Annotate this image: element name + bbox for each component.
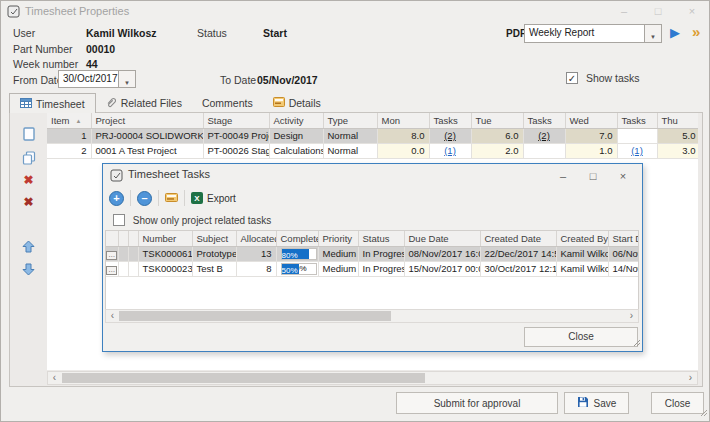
new-row-icon[interactable] [10, 127, 47, 145]
col-type[interactable]: Type [323, 113, 377, 128]
window-resize-grip[interactable] [699, 402, 707, 420]
col-mon[interactable]: Mon [377, 113, 429, 128]
tasks-link[interactable]: (1) [444, 145, 456, 156]
cell-mon-hours[interactable]: 0.0 [377, 143, 429, 158]
maximize-button[interactable]: □ [641, 1, 675, 21]
cell-start-date: 06/Nov/2017 [608, 246, 639, 261]
col-thu[interactable]: Thu [657, 113, 698, 128]
tab-comments[interactable]: Comments [192, 93, 263, 113]
dialog-close-button[interactable]: Close [524, 327, 638, 347]
scrollbar-thumb[interactable] [119, 311, 391, 321]
copy-row-icon[interactable] [10, 151, 47, 169]
tab-label: Comments [202, 97, 253, 109]
row-handle[interactable]: … [106, 261, 118, 276]
pdf-report-dropdown-button[interactable]: ▼ [644, 25, 661, 42]
timesheet-row-1[interactable]: 1 PRJ-00004 SOLIDWORKS Manage PT-00049 P… [47, 128, 698, 143]
footer-close-button[interactable]: Close [651, 392, 704, 414]
col-wed[interactable]: Wed [565, 113, 617, 128]
toolbar-separator [184, 190, 185, 206]
scroll-right-icon[interactable]: › [684, 372, 697, 384]
dialog-close-label: Close [568, 331, 594, 342]
cell-wed-hours[interactable]: 1.0 [565, 143, 617, 158]
scroll-left-icon[interactable]: ‹ [106, 310, 119, 322]
task-row-2[interactable]: … TSK000023 Test B 8 50% 50% Medium In P… [106, 261, 639, 276]
col-start-date[interactable]: Start Date [608, 231, 639, 246]
tab-related-files[interactable]: Related Files [96, 93, 192, 113]
move-up-icon[interactable] [10, 239, 47, 257]
col-status[interactable]: Status [358, 231, 404, 246]
tab-label: Details [289, 97, 321, 109]
scroll-left-icon[interactable]: ‹ [48, 372, 61, 384]
project-tasks-filter-checkbox[interactable]: Show only project related tasks [113, 214, 271, 226]
task-row-1[interactable]: … TSK000061 Prototype 13 80% 80% Medium … [106, 246, 639, 261]
task-details-icon[interactable] [165, 189, 178, 207]
save-icon [577, 396, 589, 410]
from-date-dropdown-button[interactable]: ▼ [118, 71, 135, 87]
delete-row-icon[interactable]: ✖ [10, 173, 47, 187]
col-tue-tasks[interactable]: Tasks [523, 113, 565, 128]
move-down-icon[interactable] [10, 262, 47, 280]
scroll-right-icon[interactable]: › [625, 310, 638, 322]
cell-stage: PT-00049 Project [203, 128, 269, 143]
cell-priority: Medium [318, 261, 358, 276]
col-mon-tasks[interactable]: Tasks [429, 113, 471, 128]
cell-number: TSK000061 [138, 246, 192, 261]
remove-task-icon[interactable]: – [137, 191, 152, 206]
titlebar: Timesheet Properties – □ × [1, 1, 709, 21]
submit-for-approval-button[interactable]: Submit for approval [396, 392, 558, 414]
col-wed-tasks[interactable]: Tasks [617, 113, 657, 128]
cell-tue-hours[interactable]: 2.0 [471, 143, 523, 158]
col-created-date[interactable]: Created Date [480, 231, 556, 246]
col-number[interactable]: Number [138, 231, 192, 246]
cell-tue-hours[interactable]: 6.0 [471, 128, 523, 143]
timesheet-horizontal-scrollbar[interactable]: ‹ › [47, 371, 698, 385]
close-button[interactable]: × [675, 1, 709, 21]
timesheet-row-2[interactable]: 2 0001 A Test Project PT-00026 Stage 1 C… [47, 143, 698, 158]
save-button[interactable]: Save [564, 392, 629, 414]
tab-timesheet[interactable]: Timesheet [9, 93, 96, 113]
cell-activity: Calculations [269, 143, 323, 158]
sign-report-icon[interactable]: » [692, 23, 699, 40]
dialog-close-icon-button[interactable]: × [608, 166, 638, 186]
delete-all-rows-icon[interactable]: ✖ [10, 195, 47, 209]
cell-start-date: 14/Nov/2017 [608, 261, 639, 276]
tab-details[interactable]: Details [263, 93, 331, 113]
export-button[interactable]: X Export [191, 192, 236, 204]
cell-thu-hours[interactable]: 3.0 [657, 143, 698, 158]
tasks-link[interactable]: (2) [444, 130, 456, 141]
col-subject[interactable]: Subject [192, 231, 236, 246]
pdf-report-select[interactable]: Weekly Report ▼ [524, 24, 662, 43]
dialog-maximize-button[interactable]: □ [578, 166, 608, 186]
tasks-link[interactable]: (1) [631, 145, 643, 156]
add-task-icon[interactable]: + [109, 191, 124, 206]
run-report-icon[interactable]: ▶ [670, 25, 680, 40]
from-date-value: 30/Oct/2017 [59, 71, 118, 87]
col-stage[interactable]: Stage [203, 113, 269, 128]
cell-mon-tasks: (1) [429, 143, 471, 158]
dialog-minimize-button[interactable]: – [548, 166, 578, 186]
excel-icon: X [191, 192, 203, 204]
toolbar-separator [158, 190, 159, 206]
col-created-by[interactable]: Created By [556, 231, 608, 246]
show-tasks-checkbox[interactable]: ✓ Show tasks [566, 71, 640, 84]
tasks-horizontal-scrollbar[interactable]: ‹ › [105, 309, 639, 323]
scrollbar-thumb[interactable] [62, 373, 425, 383]
col-allocated[interactable]: Allocated [236, 231, 276, 246]
col-tue[interactable]: Tue [471, 113, 523, 128]
tasks-link[interactable]: (2) [538, 130, 550, 141]
timesheet-header-row: Item▲ Project Stage Activity Type Mon Ta… [47, 113, 698, 128]
col-project[interactable]: Project [91, 113, 203, 128]
col-activity[interactable]: Activity [269, 113, 323, 128]
cell-mon-hours[interactable]: 8.0 [377, 128, 429, 143]
cell-thu-hours[interactable]: 5.0 [657, 128, 698, 143]
col-item[interactable]: Item▲ [47, 113, 91, 128]
col-complete[interactable]: Complete [276, 231, 318, 246]
col-due-date[interactable]: Due Date [404, 231, 480, 246]
from-date-input[interactable]: 30/Oct/2017 ▼ [58, 70, 136, 88]
row-handle[interactable]: … [106, 246, 118, 261]
col-priority[interactable]: Priority [318, 231, 358, 246]
tasks-toolbar: + – X Export [109, 188, 236, 208]
minimize-button[interactable]: – [607, 1, 641, 21]
dialog-resize-grip[interactable] [632, 332, 640, 350]
cell-wed-hours[interactable]: 7.0 [565, 128, 617, 143]
